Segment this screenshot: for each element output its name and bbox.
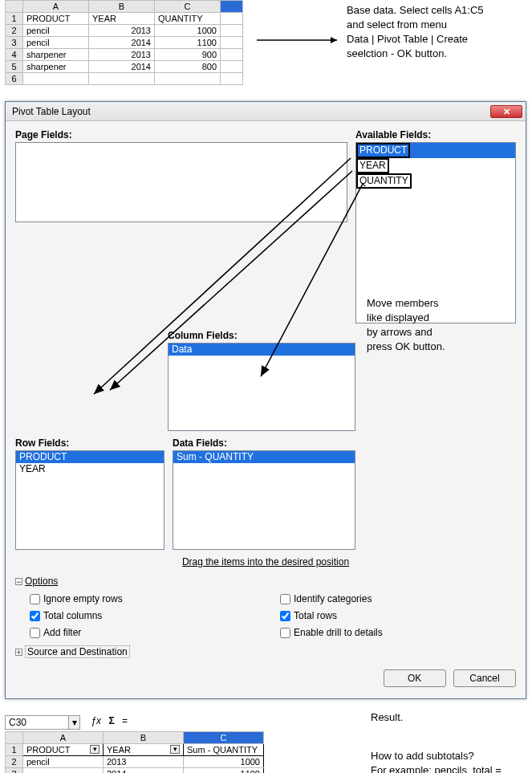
total-columns-checkbox[interactable] <box>30 611 40 621</box>
row-fields-label: Row Fields: <box>15 437 164 449</box>
avail-quantity[interactable]: QUANTITY <box>356 173 412 189</box>
available-fields-label: Available Fields: <box>355 129 516 140</box>
avail-year[interactable]: YEAR <box>356 158 389 173</box>
page-fields-label: Page Fields: <box>15 129 347 140</box>
data-fields-label: Data Fields: <box>173 437 355 449</box>
sigma-icon[interactable]: Σ <box>108 715 114 726</box>
data-fields-list[interactable]: Sum - QUANTITY <box>173 450 355 550</box>
column-fields-label: Column Fields: <box>168 330 355 341</box>
dropdown-icon[interactable]: ▾ <box>170 745 180 754</box>
dropdown-icon[interactable]: ▾ <box>90 745 99 754</box>
col-B[interactable]: B <box>89 1 155 13</box>
col-sel[interactable] <box>221 1 243 13</box>
cell[interactable]: YEAR <box>89 13 155 25</box>
column-fields-list[interactable]: Data <box>168 343 355 431</box>
cell[interactable]: PRODUCT <box>23 13 89 25</box>
cancel-button[interactable]: Cancel <box>453 669 516 687</box>
formula-bar: C30▾ ƒx Σ = <box>5 715 532 730</box>
corner-cell[interactable] <box>6 1 23 13</box>
cell-ref-dropdown-icon[interactable]: ▾ <box>69 715 80 730</box>
source-spreadsheet[interactable]: A B C 1 PRODUCT YEAR QUANTITY 2pencil201… <box>5 0 243 85</box>
result-spreadsheet[interactable]: A B C 1 PRODUCT▾ YEAR▾ Sum - QUANTITY 2p… <box>5 731 264 773</box>
row-field-year[interactable]: YEAR <box>16 463 164 475</box>
ignore-empty-rows-checkbox[interactable] <box>30 594 40 604</box>
row-fields-list[interactable]: PRODUCT YEAR <box>15 450 164 550</box>
ok-button[interactable]: OK <box>384 669 446 687</box>
drag-hint: Drag the items into the desired position <box>15 556 516 568</box>
arrow-icon <box>257 32 345 48</box>
annotation-subtotals: How to add subtotals? For example: penci… <box>371 749 502 773</box>
col-A[interactable]: A <box>23 1 89 13</box>
column-field-data[interactable]: Data <box>169 344 355 356</box>
total-rows-checkbox[interactable] <box>280 611 290 621</box>
source-dest-toggle[interactable]: +Source and Destination <box>15 645 516 658</box>
equals-icon[interactable]: = <box>122 715 128 726</box>
pivot-table-layout-dialog: Pivot Table Layout ✕ Page Fields: Availa… <box>5 101 526 699</box>
close-button[interactable]: ✕ <box>490 105 522 118</box>
add-filter-checkbox[interactable] <box>30 628 40 638</box>
page-fields-list[interactable] <box>15 142 347 222</box>
cell[interactable]: QUANTITY <box>155 13 221 25</box>
data-field-sum-quantity[interactable]: Sum - QUANTITY <box>173 451 355 463</box>
annotation-base-data: Base data. Select cells A1:C5 and select… <box>347 3 484 61</box>
identify-categories-checkbox[interactable] <box>280 594 290 604</box>
annotation-result: Result. <box>371 710 403 725</box>
fx-icon[interactable]: ƒx <box>91 715 101 726</box>
cell-reference-box[interactable]: C30 <box>5 715 69 730</box>
avail-product[interactable]: PRODUCT <box>356 143 410 158</box>
row-1[interactable]: 1 <box>6 13 23 25</box>
options-toggle[interactable]: −Options <box>15 576 516 587</box>
row-field-product[interactable]: PRODUCT <box>16 451 164 463</box>
dialog-title: Pivot Table Layout <box>12 106 91 117</box>
col-C[interactable]: C <box>155 1 221 13</box>
enable-drill-checkbox[interactable] <box>280 628 290 638</box>
annotation-move-members: Move members like displayed by arrows an… <box>367 296 445 354</box>
